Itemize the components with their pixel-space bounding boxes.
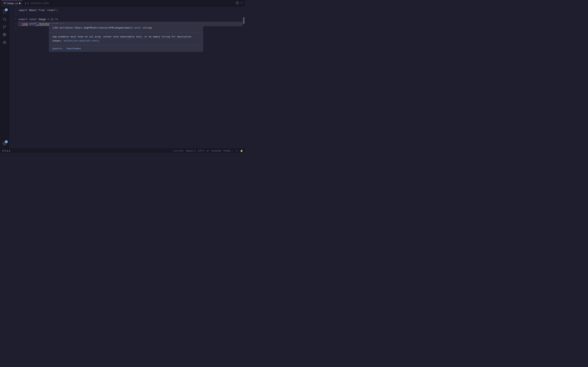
activity-settings[interactable]: 1 — [1, 140, 8, 147]
tooltip-type-section: (JSX attribute) React.ImgHTMLAttributes<… — [49, 24, 203, 33]
code-line-3: export const Image = () => — [18, 17, 242, 22]
svg-rect-16 — [3, 42, 4, 43]
activity-files[interactable]: 1 — [1, 8, 8, 15]
status-position[interactable]: Ln 5, Col 1 — [173, 150, 184, 152]
punct-semicolon-1: ; — [57, 8, 58, 13]
line-number-2: 2 — [10, 13, 17, 17]
id-react: React — [28, 8, 38, 13]
tooltip-type-path: React.ImgHTMLAttributes<HTMLImageElement… — [75, 26, 139, 29]
tab-label-image-js: Image.js — [7, 2, 18, 5]
status-errors[interactable]: ✗ 0 ⚠ 1 — [2, 150, 10, 152]
code-line-2 — [18, 13, 242, 17]
status-bell[interactable]: 🔔 — [240, 150, 243, 152]
quick-fix-button[interactable]: Quick Fix... — [52, 47, 64, 50]
status-position-text: Ln 5, Col 1 — [173, 150, 184, 152]
status-smiley[interactable]: ☺ — [236, 150, 238, 152]
tooltip-type-name: string — [143, 26, 152, 29]
id-image: Image — [37, 17, 47, 22]
activity-no-globe[interactable] — [1, 31, 8, 38]
status-line-ending-text: LF — [206, 150, 209, 152]
svg-line-6 — [5, 20, 6, 21]
svg-point-3 — [241, 3, 242, 3]
editor-area: 1 2 3 4 5 import React from 'react' ; — [9, 7, 245, 148]
scrollbar-track[interactable] — [242, 7, 245, 148]
tooltip-jsx-prefix: (JSX attribute) — [52, 26, 75, 29]
svg-point-7 — [3, 25, 4, 26]
main-layout: 1 — [0, 7, 245, 148]
punct-attr-eq: = — [34, 22, 35, 26]
tooltip-eslint-rule: eslint(jsx-a11y/alt-text) — [64, 40, 99, 42]
space — [44, 8, 46, 13]
tab-bar: JS Image.js { } .eslintrc.json — [0, 0, 245, 7]
line-number-1: 1 — [10, 8, 17, 13]
space-3 — [28, 22, 29, 26]
status-spaces[interactable]: Spaces: 2 — [186, 150, 196, 152]
keyword-from: from — [38, 8, 44, 13]
json-file-icon: { } — [25, 2, 29, 5]
punct-equals: = — [47, 17, 49, 22]
line-number-4: 4 — [10, 22, 17, 26]
svg-rect-17 — [4, 41, 5, 42]
keyword-const: const — [29, 17, 37, 22]
status-smiley-icon: ☺ — [236, 150, 238, 152]
scrollbar-thumb[interactable] — [243, 17, 244, 24]
svg-rect-0 — [236, 1, 237, 4]
error-count: 0 — [5, 150, 6, 152]
status-encoding-text: UTF-8 — [198, 150, 204, 152]
attr-src: src — [29, 22, 34, 26]
activity-search[interactable] — [1, 16, 8, 23]
tooltip-optional: ?: — [139, 26, 143, 29]
js-file-icon: JS — [3, 2, 6, 5]
warning-count: 1 — [9, 150, 10, 152]
activity-source-control[interactable] — [1, 23, 8, 30]
svg-rect-1 — [237, 1, 239, 4]
status-language-text: JavaScript — [211, 150, 221, 152]
string-react: 'react' — [46, 8, 57, 13]
tooltip-warning-section: img elements must have an alt prop, eith… — [49, 33, 203, 45]
indent — [18, 22, 22, 26]
status-encoding[interactable]: UTF-8 — [198, 150, 204, 152]
tab-label-eslintrc: .eslintrc.json — [30, 2, 49, 5]
space-2 — [28, 17, 29, 22]
code-line-1: import React from 'react' ; — [18, 8, 242, 13]
activity-extensions[interactable] — [1, 39, 8, 46]
tab-eslintrc-json[interactable]: { } .eslintrc.json — [23, 0, 51, 7]
more-actions-button[interactable] — [240, 1, 243, 5]
svg-point-2 — [240, 3, 241, 3]
error-icon: ✗ — [2, 150, 4, 152]
tooltip-actions: Quick Fix... Peek Problem — [49, 45, 203, 51]
hover-tooltip: (JSX attribute) React.ImgHTMLAttributes<… — [49, 23, 203, 52]
files-badge: 1 — [5, 8, 8, 11]
svg-point-20 — [4, 143, 5, 144]
status-line-ending[interactable]: LF — [206, 150, 209, 152]
warning-icon: ⚠ — [7, 150, 9, 152]
status-prettier[interactable]: Prettier: ✓ — [224, 150, 233, 152]
status-spaces-text: Spaces: 2 — [186, 150, 196, 152]
status-bar: ✗ 0 ⚠ 1 Ln 5, Col 1 Spaces: 2 UTF-8 LF J… — [0, 148, 245, 153]
status-bar-right: Ln 5, Col 1 Spaces: 2 UTF-8 LF JavaScrip… — [173, 150, 243, 152]
tag-img-open: <img — [22, 22, 28, 26]
split-editor-button[interactable] — [236, 1, 239, 5]
tab-modified-dot — [19, 3, 20, 4]
settings-badge: 1 — [5, 140, 8, 143]
status-language[interactable]: JavaScript — [211, 150, 221, 152]
editor-content[interactable]: 1 2 3 4 5 import React from 'react' ; — [9, 7, 245, 148]
line-number-3: 3 — [10, 17, 17, 22]
code-editor[interactable]: import React from 'react' ; export const… — [18, 7, 242, 148]
status-bar-left: ✗ 0 ⚠ 1 — [2, 150, 10, 152]
peek-problem-button[interactable]: Peek Problem — [67, 47, 81, 50]
activity-bar: 1 — [0, 7, 9, 148]
svg-point-9 — [3, 27, 4, 28]
status-bell-icon: 🔔 — [240, 150, 243, 152]
keyword-import: import — [18, 8, 28, 13]
tab-image-js[interactable]: JS Image.js — [1, 0, 23, 7]
status-prettier-text: Prettier: ✓ — [224, 150, 233, 152]
tab-bar-actions — [236, 1, 245, 5]
id-params: () — [49, 17, 55, 22]
svg-point-8 — [5, 25, 6, 26]
line-number-5: 5 — [10, 26, 17, 31]
arrow-fn: => — [55, 17, 58, 22]
keyword-export: export — [18, 17, 28, 22]
svg-point-4 — [242, 3, 243, 3]
line-numbers: 1 2 3 4 5 — [9, 7, 18, 148]
